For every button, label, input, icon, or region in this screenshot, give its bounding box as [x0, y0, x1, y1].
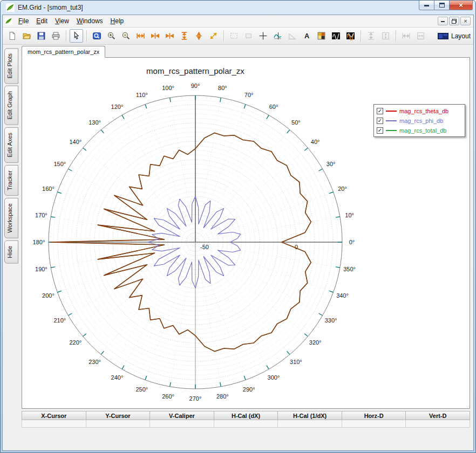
menu-item-view[interactable]: View	[51, 15, 73, 27]
zoom-window-button[interactable]	[90, 29, 104, 43]
app-logo-small-icon	[5, 17, 12, 25]
menu-item-help[interactable]: Help	[107, 15, 128, 27]
svg-text:90°: 90°	[191, 83, 200, 89]
readout-col-v-caliper: V-Caliper	[150, 411, 214, 420]
svg-text:320°: 320°	[309, 339, 322, 346]
zoom-out-button[interactable]	[119, 29, 133, 43]
region-box-icon	[244, 31, 253, 40]
text-tool-icon: A	[302, 31, 311, 40]
open-file-button[interactable]	[20, 29, 33, 43]
expand-y-icon	[194, 31, 203, 40]
readout-value-x-cursor	[22, 420, 86, 428]
compress-x-icon	[165, 31, 174, 40]
child-minimize-icon	[441, 20, 445, 22]
new-file-icon	[8, 31, 17, 40]
legend-label: mag_rcs_total_db	[399, 127, 446, 134]
readout-value-vert-d	[406, 420, 470, 428]
legend-line-sample	[386, 120, 397, 121]
zoom-x-out-button[interactable]	[134, 29, 147, 43]
legend-checkbox[interactable]: ✓	[377, 118, 383, 124]
window-close-button[interactable]: ×	[449, 1, 473, 10]
svg-text:110°: 110°	[136, 92, 148, 98]
svg-text:190°: 190°	[35, 266, 47, 272]
pan-horizontal-button	[399, 29, 413, 43]
window-minimize-button[interactable]	[419, 1, 434, 10]
colormap-icon	[317, 31, 326, 40]
sidebar-tab-edit-axes[interactable]: Edit Axes	[4, 127, 18, 163]
svg-text:170°: 170°	[35, 212, 47, 218]
legend-label: mag_rcs_theta_db	[399, 108, 448, 114]
zoom-window-icon	[92, 31, 101, 40]
toolbar-separator	[223, 30, 224, 42]
child-restore-icon	[452, 19, 457, 24]
svg-text:40°: 40°	[311, 139, 320, 145]
expand-x-icon	[151, 31, 160, 40]
zoom-in-icon	[107, 31, 116, 40]
svg-text:340°: 340°	[336, 292, 349, 299]
svg-text:350°: 350°	[343, 266, 356, 272]
toolbar-separator	[361, 30, 361, 42]
crosshair-button[interactable]	[256, 29, 270, 43]
print-button[interactable]	[49, 29, 63, 43]
sidebar-tab-edit-plots[interactable]: Edit Plots	[4, 48, 18, 84]
legend-item: ✓mag_rcs_theta_db	[377, 107, 462, 115]
expand-x-button[interactable]	[148, 29, 162, 43]
sidebar-tab-workspace[interactable]: Workspace	[4, 198, 18, 238]
legend-checkbox[interactable]: ✓	[377, 108, 383, 114]
select-tool-button[interactable]	[70, 29, 83, 43]
region-box-button	[242, 29, 255, 43]
zoom-in-button[interactable]	[105, 29, 118, 43]
svg-text:20°: 20°	[338, 186, 347, 192]
zoom-y-out-button[interactable]	[178, 29, 191, 43]
readout-col-horz-d: Horz-D	[342, 411, 406, 420]
child-close-button[interactable]: ×	[460, 17, 471, 25]
sidebar-tab-tracker[interactable]: Tracker	[4, 165, 18, 196]
readout-value-horz-d	[342, 420, 406, 428]
text-annotation-button[interactable]: A	[300, 29, 314, 43]
menu-item-file[interactable]: File	[15, 15, 32, 27]
fit-width-button	[414, 29, 427, 43]
menu-item-windows[interactable]: Windows	[73, 15, 107, 27]
maximize-icon	[439, 3, 445, 8]
child-minimize-button[interactable]	[438, 17, 448, 25]
svg-text:0°: 0°	[349, 239, 355, 245]
save-button[interactable]	[35, 29, 48, 43]
new-file-button[interactable]	[5, 29, 19, 43]
svg-text:100°: 100°	[162, 85, 174, 91]
sidebar-tab-edit-graph[interactable]: Edit Graph	[4, 86, 18, 125]
legend-line-sample	[386, 111, 397, 112]
title-bar[interactable]: EM.Grid - [smom_tut3] ×	[2, 1, 474, 15]
readout-value-v-caliper	[150, 420, 214, 428]
svg-text:-50: -50	[200, 244, 209, 250]
legend-checkbox[interactable]: ✓	[377, 127, 383, 134]
tracker-tool-button[interactable]	[271, 29, 284, 43]
svg-text:230°: 230°	[89, 359, 101, 365]
autoscale-button[interactable]	[207, 29, 220, 43]
legend-line-sample	[386, 130, 397, 131]
svg-text:180°: 180°	[33, 239, 45, 245]
toolbar-separator	[396, 30, 396, 42]
svg-text:0: 0	[295, 244, 298, 250]
compress-x-button[interactable]	[163, 29, 176, 43]
expand-y-button[interactable]	[192, 29, 206, 43]
sidebar-tab-hide[interactable]: Hide	[4, 241, 18, 264]
svg-text:120°: 120°	[111, 104, 124, 110]
colormap-button[interactable]	[315, 29, 328, 43]
cursor-readout-bar: X-CursorY-CursorV-CaliperH-Cal (dX)H-Cal…	[22, 411, 470, 428]
layout-button[interactable]: Layout	[434, 31, 471, 41]
main-area: mom_rcs_pattern_polar_zx mom_rcs_pattern…	[21, 45, 473, 450]
zoom-out-icon	[121, 31, 131, 40]
pan-vertical-button	[364, 29, 378, 43]
tracker-curve-icon	[273, 31, 282, 40]
menu-item-edit[interactable]: Edit	[32, 15, 51, 27]
waveform-dark-button[interactable]	[329, 29, 343, 43]
readout-value-h-cal-1-dx	[278, 420, 342, 428]
window-maximize-button[interactable]	[434, 1, 449, 10]
zoom-x-out-icon	[136, 31, 145, 40]
waveform-color-button[interactable]	[344, 29, 357, 43]
readout-value-y-cursor	[86, 420, 151, 428]
child-restore-button[interactable]	[449, 17, 459, 25]
legend: ✓mag_rcs_theta_db✓mag_rcs_phi_db✓mag_rcs…	[373, 104, 465, 137]
slope-marker-button	[285, 29, 299, 43]
document-tab[interactable]: mom_rcs_pattern_polar_zx	[22, 46, 105, 58]
